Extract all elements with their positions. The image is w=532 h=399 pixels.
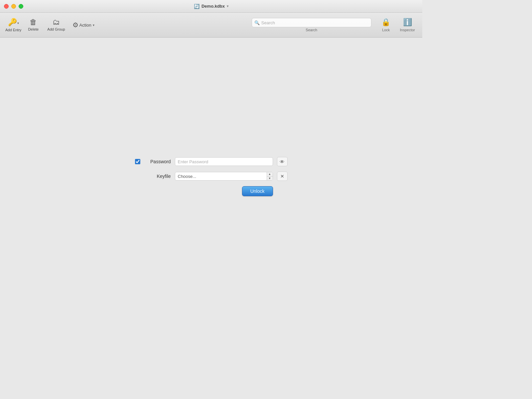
lock-icon: 🔒: [381, 18, 390, 27]
inspector-label: Inspector: [400, 28, 415, 32]
add-entry-icon: 🔑: [8, 18, 17, 27]
add-entry-button[interactable]: 🔑 ▾ Add Entry: [4, 15, 23, 35]
eye-icon: 👁: [280, 159, 285, 165]
maximize-button[interactable]: [19, 4, 23, 9]
lock-button[interactable]: 🔒 Lock: [377, 15, 395, 35]
clear-keyfile-button[interactable]: ✕: [277, 172, 288, 181]
keyfile-label: Keyfile: [144, 174, 171, 179]
minimize-button[interactable]: [11, 4, 16, 9]
close-icon: ✕: [280, 174, 284, 179]
toggle-password-button[interactable]: 👁: [277, 157, 288, 166]
search-label: Search: [306, 28, 317, 32]
title-label: Demo.kdbx: [201, 4, 225, 9]
add-group-button[interactable]: 🗂 Add Group: [44, 15, 68, 35]
password-checkbox[interactable]: [135, 159, 140, 164]
window-title: 🔄 Demo.kdbx ▾: [194, 4, 228, 9]
main-content: Password 👁 Keyfile Choose... ▲ ▼ ✕: [0, 38, 422, 316]
traffic-lights: [4, 4, 23, 9]
unlock-label: Unlock: [250, 189, 265, 194]
password-row: Password 👁: [135, 157, 288, 166]
keyfile-stepper: ▲ ▼: [267, 172, 273, 180]
inspector-icon: ℹ️: [403, 18, 412, 27]
add-entry-label: Add Entry: [5, 28, 21, 32]
unlock-form: Password 👁 Keyfile Choose... ▲ ▼ ✕: [135, 157, 288, 196]
keyfile-select[interactable]: Choose...: [175, 172, 267, 180]
action-button[interactable]: ⚙ Action ▾: [70, 15, 97, 35]
add-group-icon: 🗂: [53, 19, 60, 26]
keyfile-row: Keyfile Choose... ▲ ▼ ✕: [135, 172, 288, 181]
keyfile-select-wrapper: Choose... ▲ ▼: [175, 172, 273, 181]
stepper-down-button[interactable]: ▼: [267, 177, 273, 181]
search-icon: 🔍: [254, 20, 260, 25]
add-entry-chevron-icon: ▾: [17, 21, 19, 25]
add-group-label: Add Group: [47, 27, 65, 31]
title-chevron-icon[interactable]: ▾: [227, 4, 228, 8]
delete-label: Delete: [28, 27, 39, 31]
password-input[interactable]: [175, 157, 273, 166]
inspector-button[interactable]: ℹ️ Inspector: [397, 15, 418, 35]
title-bar: 🔄 Demo.kdbx ▾: [0, 0, 422, 13]
delete-button[interactable]: 🗑 Delete: [24, 15, 43, 35]
title-icon: 🔄: [194, 4, 200, 9]
close-button[interactable]: [4, 4, 9, 9]
unlock-button[interactable]: Unlock: [242, 186, 273, 196]
lock-label: Lock: [382, 28, 390, 32]
stepper-up-button[interactable]: ▲: [267, 172, 273, 177]
search-input[interactable]: [252, 18, 371, 27]
gear-icon: ⚙: [72, 21, 78, 29]
action-chevron-icon: ▾: [93, 23, 94, 27]
delete-icon: 🗑: [30, 19, 37, 26]
toolbar: 🔑 ▾ Add Entry 🗑 Delete 🗂 Add Group ⚙ Act…: [0, 13, 422, 38]
password-label: Password: [144, 159, 171, 164]
action-label: Action: [79, 23, 91, 28]
search-container: 🔍 Search: [252, 18, 371, 32]
